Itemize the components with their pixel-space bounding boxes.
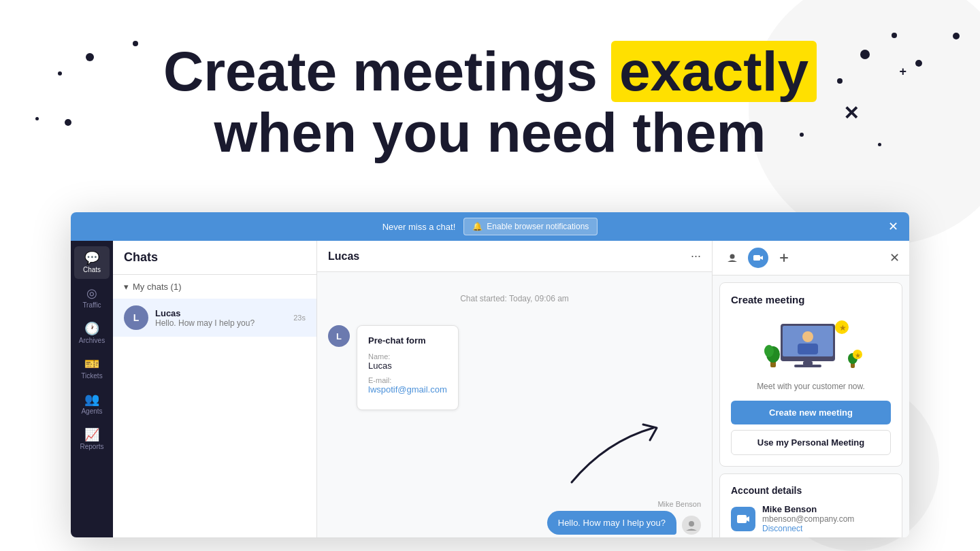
prechat-message-row: L Pre-chat form Name: Lucas E-mail: lwsp… [328,325,701,410]
account-name: Mike Benson [762,504,854,514]
panel-contact-button[interactable] [722,248,742,268]
traffic-label: Traffic [82,301,101,309]
message-bubble: Hello. How may I help you? [547,511,676,535]
create-meeting-title: Create meeting [731,294,891,305]
notification-bar: Never miss a chat! 🔔 Enable browser noti… [71,212,909,241]
chats-label: Chats [83,266,101,273]
name-value: Lucas [368,361,447,371]
prechat-email-field: E-mail: lwspotif@gmail.com [368,376,447,395]
chat-name: Lucas [155,308,287,318]
agents-label: Agents [81,407,102,415]
disconnect-link[interactable]: Disconnect [762,524,854,533]
hero-line2: when you need them [0,102,980,163]
notif-btn-label: Enable browser notifications [487,222,589,231]
hero-highlight: exactly [611,41,817,102]
chat-avatar: L [124,305,148,330]
app-window: Never miss a chat! 🔔 Enable browser noti… [71,212,909,537]
meeting-illustration: ★ ★ [731,314,891,375]
sender-name: Mike Benson [657,500,701,508]
reports-label: Reports [80,443,103,450]
panel-add-button[interactable] [774,248,794,268]
right-panel-close-button[interactable]: ✕ [889,250,900,265]
name-label: Name: [368,352,447,361]
chat-header-name: Lucas [328,250,359,263]
chat-list-item[interactable]: L Lucas Hello. How may I help you? 23s [113,299,316,337]
tickets-label: Tickets [81,372,102,380]
decorative-drawing [328,421,701,489]
video-icon [753,252,764,263]
customer-avatar: L [328,325,350,347]
enable-notifications-button[interactable]: 🔔 Enable browser notifications [463,218,598,235]
tickets-icon: 🎫 [84,358,99,370]
meeting-illustration-svg: ★ ★ [757,314,866,375]
app-body: 💬 Chats ◎ Traffic 🕐 Archives 🎫 Tickets 👥… [71,241,909,537]
chat-preview: Hello. How may I help you? [155,318,287,328]
hero-line1: Create meetings exactly [0,41,980,102]
my-chats-section[interactable]: ▾ My chats (1) [113,275,316,299]
chat-header: Lucas ··· [317,241,712,272]
right-panel: ✕ Create meeting [712,241,909,537]
contact-icon [727,252,738,263]
chat-started-label: Chat started: Today, 09:06 am [328,283,701,314]
chat-time: 23s [293,314,306,322]
plus-icon [779,252,789,263]
email-value: lwspotif@gmail.com [368,384,447,395]
chats-title: Chats [124,250,158,264]
svg-rect-20 [737,515,747,523]
svg-point-1 [730,254,735,259]
svg-point-15 [764,345,774,357]
agents-icon: 👥 [84,393,99,405]
chat-header-actions: ··· [691,249,701,263]
traffic-icon: ◎ [86,287,97,299]
arrow-curve-svg [565,421,674,489]
create-new-meeting-button[interactable]: Create new meeting [731,401,891,424]
account-row: Mike Benson mbenson@company.com Disconne… [731,504,891,533]
prechat-bubble: Pre-chat form Name: Lucas E-mail: lwspot… [357,325,459,410]
archives-label: Archives [79,337,105,344]
chats-header: Chats [113,241,316,275]
my-chats-label: My chats (1) [133,282,182,292]
sidebar-item-traffic[interactable]: ◎ Traffic [74,282,110,314]
archives-icon: 🕐 [84,322,99,335]
bell-icon: 🔔 [472,222,483,231]
prechat-name-field: Name: Lucas [368,352,447,371]
panel-video-button[interactable] [748,248,768,268]
svg-rect-8 [798,344,818,354]
chat-main: Lucas ··· Chat started: Today, 09:06 am … [317,241,712,537]
chats-icon: 💬 [84,252,99,264]
sidebar-item-tickets[interactable]: 🎫 Tickets [74,352,110,385]
agent-avatar-small [682,516,701,535]
use-personal-meeting-button[interactable]: Use my Personal Meeting [731,430,891,455]
sidebar-nav: 💬 Chats ◎ Traffic 🕐 Archives 🎫 Tickets 👥… [71,241,113,537]
sidebar-item-agents[interactable]: 👥 Agents [74,388,110,420]
meeting-description: Meet with your customer now. [731,382,891,391]
reports-icon: 📈 [84,429,99,441]
account-details-title: Account details [731,485,891,496]
video-service-icon [736,512,751,527]
notification-text: Never miss a chat! [382,222,456,232]
svg-point-7 [802,331,813,342]
chat-info: Lucas Hello. How may I help you? [155,308,287,328]
sidebar-item-chats[interactable]: 💬 Chats [74,246,110,279]
message-out-row: Hello. How may I help you? [547,511,701,535]
outgoing-message: Mike Benson Hello. How may I help you? D… [547,500,701,537]
svg-text:★: ★ [855,352,861,359]
chevron-down-icon: ▾ [124,282,129,292]
chats-panel: Chats ▾ My chats (1) L Lucas Hello. How … [113,241,317,537]
account-service-icon [731,507,755,531]
svg-text:★: ★ [839,323,847,333]
avatar-icon [685,518,698,532]
hero-text-part1: Create meetings [163,41,598,102]
hero-section: Create meetings exactly when you need th… [0,41,980,163]
more-options-icon[interactable]: ··· [691,249,701,263]
account-email: mbenson@company.com [762,514,854,524]
email-label: E-mail: [368,376,447,384]
account-info: Mike Benson mbenson@company.com Disconne… [762,504,854,533]
svg-rect-2 [753,255,760,261]
prechat-title: Pre-chat form [368,335,447,346]
sidebar-item-archives[interactable]: 🕐 Archives [74,317,110,350]
notification-close-button[interactable]: ✕ [888,220,898,233]
sidebar-item-reports[interactable]: 📈 Reports [74,423,110,456]
svg-rect-10 [794,365,821,367]
chat-messages: Chat started: Today, 09:06 am L Pre-chat… [317,272,712,537]
